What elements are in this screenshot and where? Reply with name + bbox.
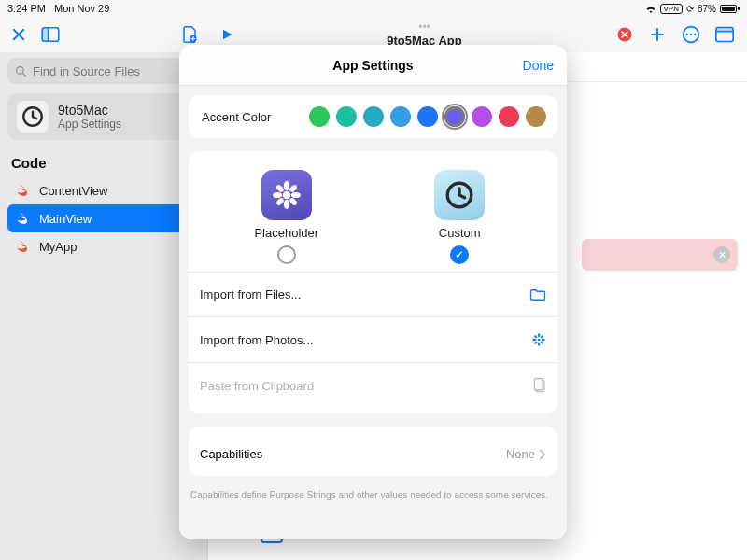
sidebar-toggle-icon[interactable] — [41, 25, 60, 44]
app-icon-label: Custom — [439, 226, 481, 240]
svg-point-27 — [538, 333, 540, 337]
clipboard-icon — [533, 378, 546, 393]
sidebar-item-myapp[interactable]: MyApp — [7, 232, 200, 260]
project-sidebar: Find in Source Files 9to5Mac App Setting… — [0, 52, 208, 560]
svg-point-34 — [540, 341, 543, 344]
svg-point-24 — [289, 197, 298, 206]
radio-unchecked[interactable] — [277, 245, 296, 264]
sidebar-item-label: MyApp — [39, 240, 77, 254]
accent-swatch[interactable] — [390, 106, 411, 127]
capabilities-card: Capabilities None — [189, 427, 557, 476]
import-from-files-button[interactable]: Import from Files... — [200, 278, 546, 311]
accent-color-card: Accent Color — [189, 95, 557, 138]
dismiss-error-icon[interactable]: ✕ — [713, 246, 730, 263]
modal-title: App Settings — [332, 58, 413, 73]
svg-point-31 — [534, 335, 538, 339]
multitasking-dots-icon[interactable]: ••• — [418, 22, 430, 32]
accent-swatch[interactable] — [417, 106, 438, 127]
svg-point-19 — [273, 192, 282, 198]
svg-point-8 — [694, 34, 696, 35]
custom-clock-icon — [434, 170, 485, 220]
rotation-lock-icon: ⟳ — [686, 4, 694, 14]
swift-icon — [15, 211, 30, 226]
sidebar-item-contentview[interactable]: ContentView — [7, 176, 200, 204]
app-icon-label: Placeholder — [254, 226, 318, 240]
capabilities-row[interactable]: Capabilities None — [200, 438, 546, 467]
accent-swatch[interactable] — [363, 106, 384, 127]
capabilities-label: Capabilities — [200, 447, 262, 461]
more-menu-icon[interactable] — [682, 25, 700, 44]
svg-point-26 — [538, 339, 541, 342]
svg-point-30 — [542, 339, 545, 341]
row-label: Paste from Clipboard — [200, 379, 314, 393]
swift-icon — [15, 239, 30, 254]
import-from-photos-button[interactable]: Import from Photos... — [200, 323, 546, 357]
project-name: 9to5Mac — [58, 103, 121, 118]
app-icon-card: Placeholder Custom ✓ Import from Files..… — [189, 151, 557, 413]
chevron-right-icon — [539, 449, 546, 460]
paste-from-clipboard-button: Paste from Clipboard — [200, 369, 546, 402]
svg-point-20 — [291, 192, 301, 198]
svg-point-22 — [289, 184, 298, 193]
status-bar: 3:24 PM Mon Nov 29 VPN ⟳ 87% — [0, 0, 747, 17]
accent-swatch[interactable] — [499, 106, 519, 127]
accent-color-label: Accent Color — [202, 110, 271, 124]
battery-pct: 87% — [698, 4, 716, 14]
app-settings-modal: App Settings Done Accent Color Placehold… — [179, 45, 567, 539]
project-subtitle: App Settings — [58, 118, 121, 131]
battery-icon — [720, 5, 740, 13]
svg-line-13 — [22, 73, 25, 76]
svg-point-32 — [540, 335, 543, 339]
svg-rect-1 — [42, 28, 48, 41]
svg-point-29 — [532, 339, 536, 341]
sidebar-section-header: Code — [7, 155, 200, 171]
wifi-icon — [645, 5, 656, 13]
svg-point-7 — [690, 34, 692, 35]
svg-point-28 — [538, 343, 540, 346]
project-tile[interactable]: 9to5Mac App Settings — [7, 93, 200, 140]
status-time: 3:24 PM — [7, 3, 46, 14]
row-label: Import from Photos... — [200, 333, 313, 347]
svg-point-16 — [283, 191, 291, 200]
svg-point-23 — [275, 197, 284, 206]
accent-swatch[interactable] — [472, 106, 492, 127]
accent-swatch[interactable] — [444, 106, 465, 127]
add-file-icon[interactable] — [180, 25, 199, 44]
search-placeholder: Find in Source Files — [33, 64, 140, 78]
svg-point-18 — [284, 200, 289, 209]
run-button[interactable] — [218, 25, 236, 44]
accent-swatch[interactable] — [336, 106, 357, 127]
sidebar-item-label: ContentView — [39, 184, 107, 198]
preview-panel-icon[interactable] — [715, 25, 734, 44]
sidebar-item-label: MainView — [39, 212, 92, 226]
project-clock-icon — [17, 101, 49, 133]
swift-icon — [15, 183, 30, 198]
radio-checked[interactable]: ✓ — [450, 245, 469, 264]
folder-icon — [529, 288, 546, 301]
close-icon[interactable] — [9, 25, 28, 44]
error-badge-icon[interactable] — [616, 26, 633, 43]
add-button[interactable] — [648, 25, 667, 44]
svg-point-17 — [284, 181, 289, 190]
svg-point-21 — [275, 184, 284, 193]
done-button[interactable]: Done — [523, 58, 554, 73]
row-label: Import from Files... — [200, 287, 301, 301]
status-date: Mon Nov 29 — [54, 3, 109, 14]
svg-point-33 — [534, 341, 538, 344]
photos-flower-icon — [531, 332, 546, 347]
accent-swatch[interactable] — [526, 106, 546, 127]
accent-swatch[interactable] — [309, 106, 330, 127]
app-icon-option-custom[interactable]: Custom ✓ — [403, 170, 515, 264]
app-icon-option-placeholder[interactable]: Placeholder — [231, 170, 343, 264]
capabilities-footer: Capabilities define Purpose Strings and … — [189, 489, 557, 502]
search-input[interactable]: Find in Source Files — [7, 58, 200, 84]
error-strip[interactable]: ✕ — [582, 239, 738, 271]
svg-point-6 — [686, 34, 688, 35]
placeholder-flower-icon — [261, 170, 312, 220]
sidebar-item-mainview[interactable]: MainView — [7, 204, 200, 232]
svg-rect-36 — [534, 379, 543, 390]
capabilities-value: None — [506, 447, 535, 461]
vpn-badge: VPN — [660, 4, 683, 14]
